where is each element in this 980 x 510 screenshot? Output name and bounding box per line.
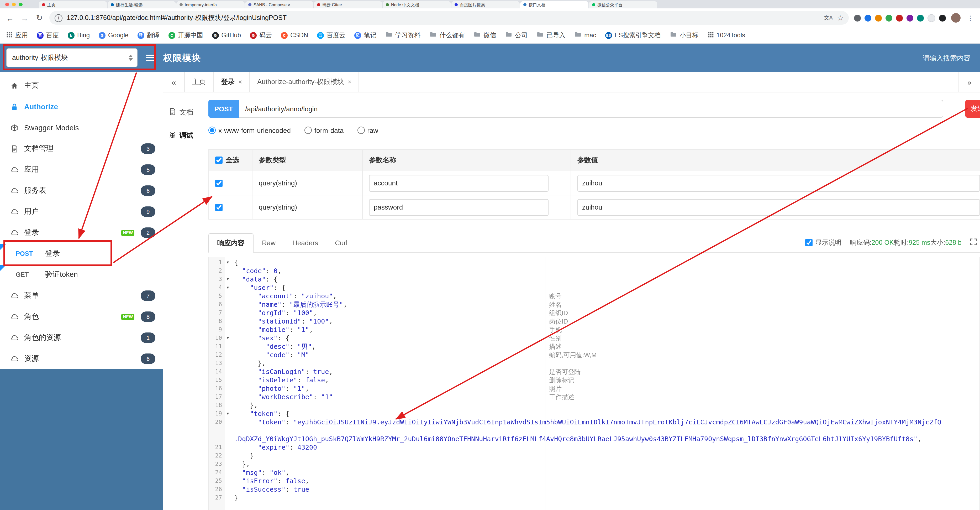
reload-icon[interactable]: ↻ (35, 13, 44, 22)
bookmark-item[interactable]: CCSDN (281, 32, 308, 39)
bookmark-item[interactable]: C开源中国 (168, 31, 203, 40)
sidebar-item[interactable]: 菜单7 (0, 285, 163, 306)
sidebar-item[interactable]: Swagger Models (0, 117, 163, 138)
browser-tab[interactable]: 主页 (39, 1, 107, 8)
sidebar-item[interactable]: POST登录 (0, 243, 163, 264)
browser-tab[interactable]: SANB - Compose v… (245, 1, 313, 8)
fold-caret-icon[interactable]: ▾ (225, 258, 231, 267)
sidebar-item[interactable]: Authorize (0, 96, 163, 117)
extension-icon[interactable] (864, 14, 871, 21)
extension-icon[interactable] (886, 14, 892, 21)
extension-icon[interactable] (907, 14, 913, 21)
sidebar-item[interactable]: 文档管理3 (0, 138, 163, 159)
bookmark-item[interactable]: 公司 (505, 31, 528, 40)
header-search-input[interactable] (891, 53, 972, 62)
sidebar-item[interactable]: 应用5 (0, 159, 163, 180)
bookmark-star-icon[interactable]: ☆ (837, 14, 843, 22)
sidebar-item[interactable]: GET验证token (0, 264, 163, 285)
bookmark-item[interactable]: GGoogle (99, 32, 128, 39)
url-text[interactable]: 127.0.0.1:8760/api/gate/doc.html#/author… (67, 13, 820, 22)
back-icon[interactable]: ← (5, 13, 15, 22)
response-tab[interactable]: Raw (253, 234, 284, 252)
param-checkbox[interactable] (215, 179, 223, 187)
bookmark-item[interactable]: mac (574, 32, 596, 39)
browser-tab[interactable]: Node 中文文档 (383, 1, 451, 8)
param-checkbox[interactable] (215, 204, 223, 211)
fold-caret-icon[interactable]: ▾ (225, 410, 231, 418)
sidebar-item[interactable]: 角色的资源1 (0, 327, 163, 348)
window-controls[interactable] (5, 3, 22, 6)
response-tab[interactable]: Headers (284, 234, 326, 252)
sidebar-item[interactable]: 登录NEW2 (0, 222, 163, 243)
sidebar-item[interactable]: 角色NEW8 (0, 306, 163, 327)
show-description-toggle[interactable]: 显示说明 (805, 238, 842, 247)
url-field[interactable]: i 127.0.0.1:8760/api/gate/doc.html#/auth… (49, 11, 849, 25)
fullscreen-icon[interactable] (970, 239, 977, 247)
bookmark-item[interactable]: 应用 (6, 31, 28, 40)
extension-icon[interactable] (875, 14, 882, 21)
show-description-checkbox[interactable] (805, 239, 813, 246)
view-tab-debug[interactable]: 调试 (163, 124, 200, 147)
extension-icon[interactable] (854, 14, 861, 21)
bookmark-item[interactable]: 云百度云 (317, 31, 345, 40)
response-tab[interactable]: 响应内容 (208, 233, 253, 253)
content-type-radio[interactable] (208, 127, 216, 134)
param-name-input[interactable] (369, 175, 549, 191)
bookmark-item[interactable]: 已导入 (536, 31, 565, 40)
bookmark-item[interactable]: 小目标 (670, 31, 698, 40)
maximize-window-icon[interactable] (19, 3, 22, 6)
response-tab[interactable]: Curl (326, 234, 356, 252)
extension-icon[interactable] (928, 14, 935, 22)
translate-icon[interactable]: 文A (824, 14, 833, 22)
bookmark-item[interactable]: 记笔记 (354, 31, 376, 40)
close-tab-icon[interactable]: × (348, 78, 352, 86)
module-select[interactable]: authority-权限模块 (6, 48, 137, 67)
fold-caret-icon[interactable]: ▾ (225, 334, 231, 343)
browser-tab[interactable]: 建行生活-精选… (108, 1, 176, 8)
extension-icon[interactable] (939, 14, 946, 21)
extension-icon[interactable] (896, 14, 903, 21)
content-type-option[interactable]: raw (357, 126, 378, 134)
browser-tab[interactable]: 微信公众平台 (589, 1, 657, 8)
bookmark-item[interactable]: 译翻译 (137, 31, 159, 40)
param-value-input[interactable] (578, 175, 980, 191)
fold-caret-icon[interactable]: ▾ (225, 284, 231, 292)
bookmark-item[interactable]: 百百度 (37, 31, 59, 40)
bookmark-item[interactable]: bBing (68, 32, 90, 39)
browser-tab[interactable]: 接口文档 (520, 1, 589, 8)
content-type-radio[interactable] (304, 127, 312, 134)
page-info-icon[interactable]: i (54, 14, 62, 22)
select-all-checkbox[interactable] (215, 156, 223, 164)
browser-menu-icon[interactable]: ⋮ (966, 14, 975, 22)
sidebar-item[interactable]: 用户9 (0, 201, 163, 222)
sidebar-item[interactable]: 资源6 (0, 348, 163, 369)
close-tab-icon[interactable]: × (238, 78, 242, 86)
document-tab[interactable]: Authorize-authority-权限模块× (250, 72, 359, 92)
sidebar-item[interactable]: 服务表6 (0, 180, 163, 201)
bookmark-item[interactable]: ESES搜索引擎文档 (605, 31, 661, 40)
profile-avatar[interactable] (951, 13, 961, 22)
view-tab-doc[interactable]: 文档 (163, 101, 200, 124)
hamburger-icon[interactable] (145, 53, 156, 63)
param-name-input[interactable] (369, 199, 549, 215)
send-button[interactable]: 发送 (965, 100, 980, 118)
collapse-sidebar-button[interactable]: « (163, 72, 185, 92)
content-type-option[interactable]: x-www-form-urlencoded (208, 126, 291, 134)
more-tabs-button[interactable]: » (958, 72, 980, 92)
document-tab[interactable]: 登录× (214, 72, 250, 92)
document-tab[interactable]: 主页 (185, 72, 214, 92)
bookmark-item[interactable]: GGitHub (212, 32, 241, 39)
bookmark-item[interactable]: 微信 (474, 31, 496, 40)
content-type-option[interactable]: form-data (304, 126, 344, 134)
bookmark-item[interactable]: G码云 (250, 31, 272, 40)
browser-tab[interactable]: 码云 Gitee (314, 1, 382, 8)
fold-caret-icon[interactable]: ▾ (225, 275, 231, 284)
browser-tab[interactable]: temporary-interfa… (177, 1, 245, 8)
minimize-window-icon[interactable] (12, 3, 16, 6)
sidebar-item[interactable]: 主页 (0, 75, 163, 96)
extension-icon[interactable] (917, 14, 924, 21)
bookmark-item[interactable]: 什么都有 (430, 31, 465, 40)
content-type-radio[interactable] (357, 127, 364, 134)
forward-icon[interactable]: → (20, 13, 29, 22)
bookmark-item[interactable]: 1024Tools (708, 31, 745, 39)
